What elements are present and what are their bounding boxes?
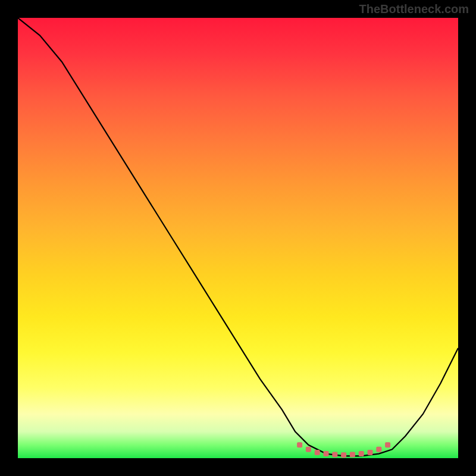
marker-dot: [350, 452, 355, 458]
marker-dot: [359, 451, 364, 456]
marker-dot: [306, 447, 311, 452]
marker-dot: [324, 451, 329, 456]
marker-dot: [297, 442, 302, 447]
chart-plot-area: [18, 18, 458, 458]
marker-dot: [341, 452, 346, 458]
watermark-text: TheBottleneck.com: [359, 2, 469, 16]
marker-dot: [368, 450, 373, 455]
marker-dot: [332, 452, 337, 458]
marker-dot: [315, 450, 320, 455]
curve-group: [18, 18, 458, 458]
optimal-marker-dots: [297, 442, 390, 458]
marker-dot: [385, 442, 390, 447]
chart-curve-layer: [18, 18, 458, 458]
bottleneck-curve-line: [18, 18, 458, 456]
marker-dot: [376, 447, 381, 452]
